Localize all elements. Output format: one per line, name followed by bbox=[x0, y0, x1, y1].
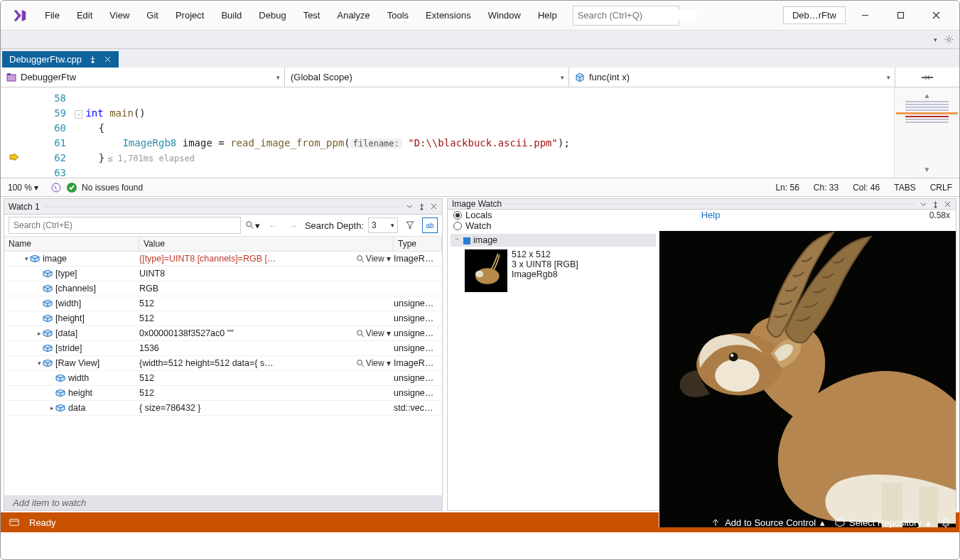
search-dropdown[interactable]: ▾ bbox=[245, 217, 261, 233]
menu-window[interactable]: Window bbox=[481, 6, 528, 25]
intellicode-icon[interactable] bbox=[50, 182, 62, 193]
indent-indicator[interactable]: TABS bbox=[894, 183, 915, 193]
watch-row[interactable]: [channels]RGB bbox=[4, 281, 442, 296]
char-indicator[interactable]: Ch: 33 bbox=[814, 183, 838, 193]
view-button[interactable]: View ▾ bbox=[356, 358, 394, 368]
nav-back[interactable]: ← bbox=[265, 217, 281, 233]
menu-project[interactable]: Project bbox=[168, 6, 211, 25]
menu-build[interactable]: Build bbox=[214, 6, 249, 25]
watch-row[interactable]: [height]512unsigne… bbox=[4, 311, 442, 326]
watch-var-value: 1536 bbox=[139, 343, 159, 353]
line-indicator[interactable]: Ln: 56 bbox=[775, 183, 799, 193]
svg-line-19 bbox=[362, 260, 364, 262]
expand-toggle[interactable]: ▸ bbox=[48, 404, 55, 411]
pin-icon[interactable] bbox=[932, 200, 939, 208]
view-button[interactable]: View ▾ bbox=[356, 328, 394, 338]
split-view-button[interactable] bbox=[895, 68, 959, 87]
global-search-input[interactable] bbox=[578, 10, 697, 21]
menu-test[interactable]: Test bbox=[296, 6, 328, 25]
menu-help[interactable]: Help bbox=[531, 6, 564, 25]
close-icon[interactable] bbox=[944, 200, 951, 208]
select-repository[interactable]: Select Repository ▴ bbox=[835, 517, 931, 528]
watch-var-type: unsigne… bbox=[394, 313, 442, 323]
expand-toggle[interactable]: ▾ bbox=[36, 360, 43, 367]
expand-toggle[interactable]: ▸ bbox=[36, 330, 43, 337]
watch-row[interactable]: [stride]1536unsigne… bbox=[4, 341, 442, 356]
locals-radio[interactable]: Locals bbox=[453, 210, 492, 220]
nav-scope-combo[interactable]: (Global Scope)▾ bbox=[285, 68, 569, 87]
watch-var-name: image bbox=[43, 254, 67, 264]
watch-row[interactable]: ▾[Raw View]{width=512 height=512 data={ … bbox=[4, 356, 442, 371]
nav-function-combo[interactable]: func(int x)▾ bbox=[569, 68, 895, 87]
zoom-combo[interactable]: 100 % ▾ bbox=[8, 183, 50, 193]
watch-grid[interactable]: ▾image{[type]=UINT8 [channels]=RGB […Vie… bbox=[4, 252, 442, 495]
watch-row[interactable]: ▾image{[type]=UINT8 [channels]=RGB […Vie… bbox=[4, 252, 442, 266]
image-preview[interactable] bbox=[659, 231, 956, 527]
watch-row[interactable]: [type]UINT8 bbox=[4, 266, 442, 281]
menu-tools[interactable]: Tools bbox=[380, 6, 416, 25]
pin-icon[interactable] bbox=[418, 203, 426, 210]
bell-icon[interactable] bbox=[941, 517, 951, 527]
watch-row[interactable]: [width]512unsigne… bbox=[4, 296, 442, 311]
watch-var-value: { size=786432 } bbox=[139, 403, 201, 413]
view-button[interactable]: View ▾ bbox=[356, 254, 394, 264]
watch-row[interactable]: width512unsigne… bbox=[4, 371, 442, 386]
output-icon[interactable] bbox=[9, 517, 19, 527]
perf-tip[interactable]: ≤ 1,701ms elapsed bbox=[107, 154, 195, 163]
watch-row[interactable]: ▸data{ size=786432 }std::vec… bbox=[4, 401, 442, 416]
maximize-button[interactable] bbox=[884, 4, 917, 28]
watch-row[interactable]: height512unsigne… bbox=[4, 386, 442, 401]
nav-project-combo[interactable]: DebuggerFtw▾ bbox=[1, 68, 285, 87]
col-type[interactable]: Type bbox=[394, 237, 442, 251]
depth-label: Search Depth: bbox=[305, 220, 364, 231]
image-list[interactable]: − image 512 x 512 3 x UINT8 [RGB] ImageR… bbox=[448, 231, 659, 527]
watch-var-type: std::vec… bbox=[394, 403, 442, 413]
add-watch-row[interactable]: Add item to watch bbox=[4, 495, 442, 510]
minimap[interactable]: ▲ ▼ bbox=[894, 87, 959, 178]
add-source-control[interactable]: Add to Source Control ▴ bbox=[711, 517, 825, 528]
watch-var-type: unsigne… bbox=[394, 298, 442, 308]
col-value[interactable]: Value bbox=[139, 237, 394, 251]
toolbar-overflow-chevron[interactable]: ▾ bbox=[934, 36, 937, 43]
watch-var-type: unsigne… bbox=[394, 388, 442, 398]
menu-analyze[interactable]: Analyze bbox=[330, 6, 377, 25]
menu-git[interactable]: Git bbox=[139, 6, 166, 25]
chevron-down-icon[interactable] bbox=[919, 200, 927, 208]
menu-file[interactable]: File bbox=[38, 6, 67, 25]
solution-name[interactable]: Deb…rFtw bbox=[783, 6, 846, 24]
fold-toggle[interactable]: − bbox=[75, 110, 82, 119]
svg-line-21 bbox=[362, 335, 364, 337]
filter-icon[interactable] bbox=[402, 217, 418, 233]
gear-icon[interactable] bbox=[944, 35, 954, 44]
pin-icon[interactable] bbox=[89, 55, 97, 63]
col-name[interactable]: Name bbox=[4, 237, 139, 251]
watch-var-value: 512 bbox=[139, 373, 154, 383]
expand-toggle[interactable]: − bbox=[453, 235, 460, 242]
image-list-item[interactable]: − image bbox=[451, 234, 656, 247]
help-link[interactable]: Help bbox=[701, 210, 721, 220]
close-button[interactable] bbox=[919, 4, 952, 28]
expand-toggle[interactable]: ▾ bbox=[23, 255, 30, 262]
menu-debug[interactable]: Debug bbox=[252, 6, 293, 25]
minimize-button[interactable] bbox=[848, 4, 881, 28]
depth-combo[interactable]: 3▾ bbox=[368, 217, 398, 233]
col-indicator[interactable]: Col: 46 bbox=[853, 183, 880, 193]
close-icon[interactable] bbox=[430, 203, 438, 210]
watch-var-name: [Raw View] bbox=[55, 358, 99, 368]
menu-extensions[interactable]: Extensions bbox=[419, 6, 478, 25]
image-thumbnail[interactable] bbox=[465, 249, 507, 292]
eol-indicator[interactable]: CRLF bbox=[930, 183, 952, 193]
chevron-down-icon[interactable] bbox=[406, 203, 414, 210]
close-tab-icon[interactable] bbox=[104, 55, 112, 63]
document-tab-active[interactable]: DebuggerFtw.cpp bbox=[2, 51, 119, 68]
watch-search-input[interactable] bbox=[9, 217, 241, 234]
global-search[interactable] bbox=[573, 6, 679, 26]
watch-row[interactable]: ▸[data]0x00000138f3527ac0 ""View ▾unsign… bbox=[4, 326, 442, 341]
watch-radio[interactable]: Watch bbox=[453, 220, 491, 231]
code-editor[interactable]: 58 59−int main() 60 { 61 ImageRgb8 image… bbox=[1, 87, 894, 178]
menu-view[interactable]: View bbox=[102, 6, 136, 25]
nav-forward[interactable]: → bbox=[285, 217, 301, 233]
menu-edit[interactable]: Edit bbox=[70, 6, 99, 25]
watch-var-value: 512 bbox=[139, 298, 154, 308]
match-icon[interactable]: ab bbox=[422, 217, 438, 233]
